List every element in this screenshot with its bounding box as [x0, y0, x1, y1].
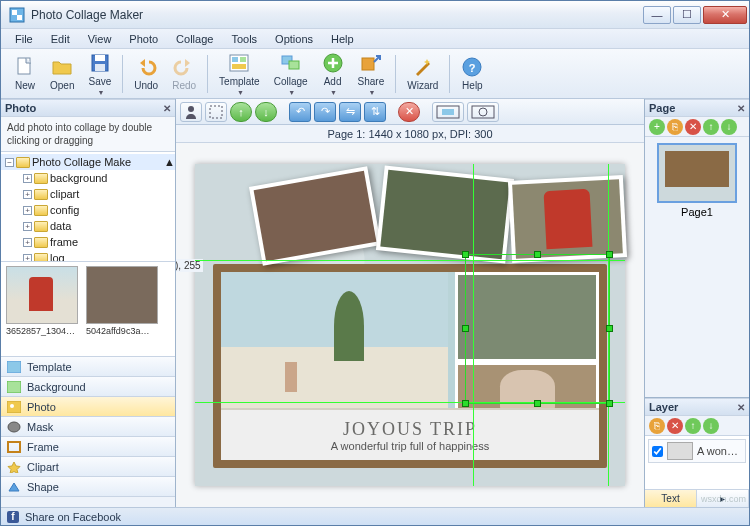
- layer-dup-button[interactable]: ⎘: [649, 418, 665, 434]
- layer-item[interactable]: A wonderful trip full of happiness: [648, 439, 746, 463]
- menu-view[interactable]: View: [80, 31, 120, 47]
- select-icon: [209, 105, 223, 119]
- folder-tree[interactable]: −Photo Collage Make▲ +background +clipar…: [1, 152, 175, 262]
- floating-photo-2[interactable]: [376, 165, 514, 263]
- zoom-button[interactable]: [467, 102, 499, 122]
- template-button[interactable]: Template▼: [212, 52, 267, 96]
- collage-title: JOYOUS TRIP: [343, 419, 477, 440]
- fit-button[interactable]: [432, 102, 464, 122]
- layer-visible-checkbox[interactable]: [652, 446, 663, 457]
- layer-list[interactable]: A wonderful trip full of happiness: [645, 436, 749, 489]
- title-panel[interactable]: JOYOUS TRIP A wonderful trip full of hap…: [221, 408, 599, 460]
- panel-close-icon[interactable]: ✕: [737, 103, 745, 114]
- collage-button[interactable]: Collage▼: [267, 52, 315, 96]
- page-up-button[interactable]: ↑: [703, 119, 719, 135]
- toolbar-separator: [449, 55, 450, 93]
- selection-box[interactable]: [465, 254, 610, 404]
- resize-handle[interactable]: [462, 251, 469, 258]
- category-background[interactable]: Background: [1, 377, 175, 397]
- redo-button[interactable]: Redo: [165, 52, 203, 96]
- floating-photo-3[interactable]: [508, 175, 627, 263]
- help-button[interactable]: ?Help: [454, 52, 490, 96]
- layer-up-button[interactable]: ↑: [685, 418, 701, 434]
- undo-button[interactable]: Undo: [127, 52, 165, 96]
- menu-help[interactable]: Help: [323, 31, 362, 47]
- tree-item[interactable]: +config: [1, 202, 175, 218]
- close-button[interactable]: ✕: [703, 6, 747, 24]
- watermark: wsxdn.com: [701, 494, 746, 504]
- add-page-button[interactable]: +: [649, 119, 665, 135]
- panel-close-icon[interactable]: ✕: [163, 103, 171, 114]
- flip-h-button[interactable]: ⇋: [339, 102, 361, 122]
- collage-canvas[interactable]: ), 255 JOYOUS TRIP A wonderful trip: [195, 164, 625, 486]
- page-toolbar: + ⎘ ✕ ↑ ↓: [645, 117, 749, 137]
- tree-item[interactable]: +background: [1, 170, 175, 186]
- thumbnail[interactable]: 5042affd9c3a…: [85, 266, 159, 352]
- open-button[interactable]: Open: [43, 52, 81, 96]
- tree-item[interactable]: +frame: [1, 234, 175, 250]
- tree-item[interactable]: +log: [1, 250, 175, 262]
- add-button[interactable]: Add▼: [315, 52, 351, 96]
- share-button[interactable]: Share▼: [351, 52, 392, 96]
- facebook-icon[interactable]: f: [7, 511, 19, 523]
- person-icon: [184, 105, 198, 119]
- flip-v-button[interactable]: ⇅: [364, 102, 386, 122]
- svg-rect-1: [12, 10, 17, 15]
- category-mask[interactable]: Mask: [1, 417, 175, 437]
- minimize-button[interactable]: ―: [643, 6, 671, 24]
- layer-up-button[interactable]: ↑: [230, 102, 252, 122]
- crop-button[interactable]: [180, 102, 202, 122]
- right-sidebar: Page✕ + ⎘ ✕ ↑ ↓ Page1 Layer✕ ⎘ ✕: [644, 99, 749, 507]
- menu-edit[interactable]: Edit: [43, 31, 78, 47]
- wizard-button[interactable]: Wizard: [400, 52, 445, 96]
- category-photo[interactable]: Photo: [1, 397, 175, 417]
- resize-handle[interactable]: [534, 400, 541, 407]
- page-thumbnail[interactable]: Page1: [656, 143, 738, 218]
- rotate-right-button[interactable]: ↷: [314, 102, 336, 122]
- tab-text[interactable]: Text: [645, 490, 697, 507]
- resize-handle[interactable]: [606, 325, 613, 332]
- menu-photo[interactable]: Photo: [121, 31, 166, 47]
- svg-rect-22: [8, 442, 20, 452]
- menu-options[interactable]: Options: [267, 31, 321, 47]
- layer-toolbar: ⎘ ✕ ↑ ↓: [645, 416, 749, 436]
- svg-point-20: [10, 404, 14, 408]
- panel-close-icon[interactable]: ✕: [737, 402, 745, 413]
- svg-text:?: ?: [469, 62, 476, 74]
- resize-handle[interactable]: [534, 251, 541, 258]
- category-shape[interactable]: Shape: [1, 477, 175, 497]
- new-button[interactable]: New: [7, 52, 43, 96]
- menu-collage[interactable]: Collage: [168, 31, 221, 47]
- resize-handle[interactable]: [462, 400, 469, 407]
- layer-del-button[interactable]: ✕: [667, 418, 683, 434]
- resize-handle[interactable]: [462, 325, 469, 332]
- tree-item[interactable]: +data: [1, 218, 175, 234]
- del-page-button[interactable]: ✕: [685, 119, 701, 135]
- category-frame[interactable]: Frame: [1, 437, 175, 457]
- svg-rect-2: [17, 15, 22, 20]
- photo-panel-header: Photo✕: [1, 99, 175, 117]
- help-icon: ?: [461, 56, 483, 78]
- page-label: Page1: [681, 206, 713, 218]
- thumbnail[interactable]: 3652857_1304…: [5, 266, 79, 352]
- menu-tools[interactable]: Tools: [223, 31, 265, 47]
- tree-root[interactable]: −Photo Collage Make▲: [1, 154, 175, 170]
- dup-page-button[interactable]: ⎘: [667, 119, 683, 135]
- maximize-button[interactable]: ☐: [673, 6, 701, 24]
- select-button[interactable]: [205, 102, 227, 122]
- delete-button[interactable]: ✕: [398, 102, 420, 122]
- share-facebook-link[interactable]: Share on Facebook: [25, 511, 121, 523]
- canvas-viewport[interactable]: ), 255 JOYOUS TRIP A wonderful trip: [176, 143, 644, 507]
- resize-handle[interactable]: [606, 400, 613, 407]
- rotate-left-button[interactable]: ↶: [289, 102, 311, 122]
- category-template[interactable]: Template: [1, 357, 175, 377]
- layer-down-button[interactable]: ↓: [703, 418, 719, 434]
- tree-item[interactable]: +clipart: [1, 186, 175, 202]
- resize-handle[interactable]: [606, 251, 613, 258]
- menu-file[interactable]: File: [7, 31, 41, 47]
- layer-down-button[interactable]: ↓: [255, 102, 277, 122]
- page-down-button[interactable]: ↓: [721, 119, 737, 135]
- statusbar: f Share on Facebook: [1, 507, 749, 525]
- save-button[interactable]: Save▼: [81, 52, 118, 96]
- category-clipart[interactable]: Clipart: [1, 457, 175, 477]
